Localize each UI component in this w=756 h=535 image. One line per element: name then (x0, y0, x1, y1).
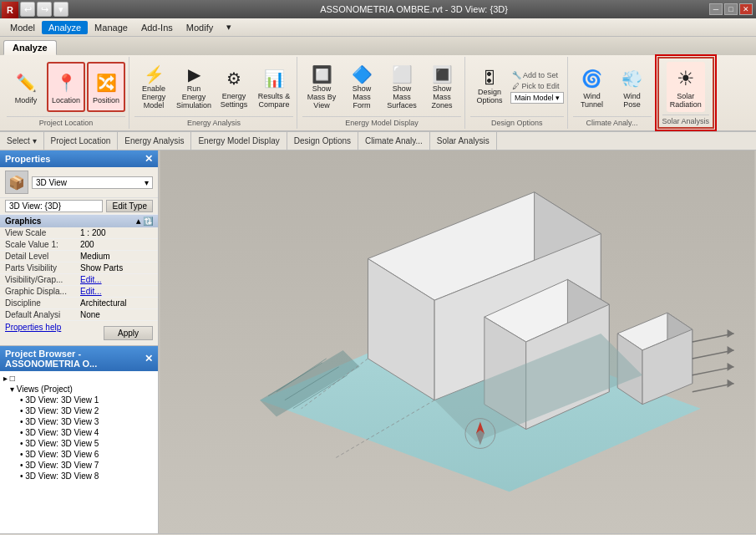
ribbon-tabs: Analyze (0, 37, 756, 55)
energy-settings-button[interactable]: ⚙ Energy Settings (215, 62, 253, 112)
3d-scene (159, 150, 756, 533)
prop-value[interactable]: Edit... (80, 287, 153, 296)
sub-climate[interactable]: Climate Analy... (358, 132, 430, 150)
view-type-dropdown[interactable]: 3D View ▾ (32, 176, 153, 189)
properties-close[interactable]: ✕ (145, 153, 153, 165)
sub-design-options[interactable]: Design Options (287, 132, 358, 150)
solar-radiation-button[interactable]: ☀ Solar Radiation (667, 62, 705, 112)
tree-item[interactable]: • 3D View: 3D View 2 (0, 405, 158, 416)
show-mass-surfaces-button[interactable]: ⬜ Show Mass Surfaces (383, 62, 421, 112)
group-solar-analysis: ☀ Solar Radiation Solar Analysis (657, 57, 715, 129)
prop-row: Visibility/Grap... Edit... (0, 274, 158, 286)
window-controls: ─ □ ✕ (709, 3, 753, 15)
maximize-button[interactable]: □ (724, 3, 738, 15)
prop-value: Show Parts (80, 263, 153, 273)
prop-value: 1 : 200 (80, 228, 153, 237)
results-compare-button[interactable]: 📊 Results & Compare (255, 62, 293, 112)
location-button[interactable]: 📍 Location (47, 62, 85, 112)
menu-analyze[interactable]: Analyze (42, 21, 88, 34)
tree-item[interactable]: ▸ □ (0, 373, 158, 384)
close-button[interactable]: ✕ (739, 3, 753, 15)
graphics-section-header[interactable]: Graphics ▴ 🔃 (0, 215, 158, 227)
group-climate: 🌀 Wind Tunnel 💨 Wind Pose Climate Analy.… (570, 57, 656, 129)
add-to-set-btn[interactable]: 🔧 Add to Set (510, 70, 564, 80)
mass-display-label: Energy Model Display (302, 116, 461, 127)
tree-item[interactable]: ▾ Views (Project) (0, 384, 158, 395)
modify-icon: ✏️ (13, 69, 39, 96)
tree-item[interactable]: • 3D View: 3D View 6 (0, 449, 158, 460)
wind-tunnel-button[interactable]: 🌀 Wind Tunnel (573, 62, 611, 112)
minimize-button[interactable]: ─ (709, 3, 723, 15)
properties-header: Properties ✕ (0, 150, 158, 167)
view-type-label: 3D View (36, 178, 67, 187)
properties-panel: Properties ✕ 📦 3D View ▾ 3D View: {3D} E… (0, 150, 158, 346)
project-location-buttons: ✏️ Modify 📍 Location 🔀 Position (7, 59, 125, 115)
browser-tree[interactable]: ▸ □▾ Views (Project)• 3D View: 3D View 1… (0, 371, 158, 533)
show-mass-surfaces-label: Show Mass Surfaces (385, 84, 419, 110)
tree-item[interactable]: • 3D View: 3D View 3 (0, 416, 158, 427)
sub-ribbon: Select ▾ Project Location Energy Analysi… (0, 132, 756, 150)
group-mass-display: 🔲 Show Mass By View 🔷 Show Mass Form ⬜ S… (299, 57, 465, 129)
menu-modify[interactable]: Modify (180, 21, 220, 34)
pick-to-edit-btn[interactable]: 🖊 Pick to Edit (510, 81, 564, 91)
enable-energy-button[interactable]: ⚡ Enable Energy Model (134, 62, 173, 112)
modify-label: Modify (15, 96, 38, 104)
show-mass-byview-button[interactable]: 🔲 Show Mass By View (302, 62, 341, 112)
location-icon: 📍 (53, 69, 79, 96)
sub-energy-analysis[interactable]: Energy Analysis (118, 132, 191, 150)
browser-close[interactable]: ✕ (145, 353, 153, 364)
prop-label: Default Analysi (5, 310, 80, 319)
main-model-dropdown[interactable]: Main Model ▾ (510, 92, 564, 104)
tree-item[interactable]: • 3D View: 3D View 1 (0, 395, 158, 405)
prop-label: Detail Level (5, 252, 80, 261)
main-layout: Properties ✕ 📦 3D View ▾ 3D View: {3D} E… (0, 150, 756, 533)
position-label: Position (93, 96, 119, 104)
run-energy-label: Run Energy Simulation (176, 84, 211, 110)
tree-item[interactable]: • 3D View: 3D View 4 (0, 427, 158, 438)
sub-project-location[interactable]: Project Location (44, 132, 119, 150)
prop-value: Architectural (80, 298, 153, 308)
tab-analyze[interactable]: Analyze (3, 40, 57, 55)
tree-item[interactable]: • 3D View: 3D View 7 (0, 460, 158, 471)
menu-manage[interactable]: Manage (88, 21, 134, 34)
edit-type-button[interactable]: Edit Type (106, 200, 153, 212)
menu-more[interactable]: ▾ (220, 20, 238, 34)
design-options-icon: 🎛 (476, 69, 503, 88)
dropdown-arrow: ▾ (556, 94, 560, 102)
solar-buttons: ☀ Solar Radiation (667, 60, 705, 113)
menu-model[interactable]: Model (3, 21, 42, 34)
qa-undo[interactable]: ↩ (20, 2, 35, 17)
design-options-button[interactable]: 🎛 Design Options (470, 69, 509, 104)
position-button[interactable]: 🔀 Position (87, 62, 125, 112)
wind-pose-icon: 💨 (619, 65, 646, 92)
properties-help-link[interactable]: Properties help (5, 323, 104, 344)
view-selector: 📦 3D View ▾ (0, 167, 158, 198)
solar-radiation-label: Solar Radiation (669, 92, 703, 109)
run-energy-button[interactable]: ▶ Run Energy Simulation (175, 62, 213, 112)
sub-select[interactable]: Select ▾ (0, 132, 44, 150)
viewport[interactable] (159, 150, 756, 533)
title-bar: R 💾 ↩ ↪ ▾ ASSONOMETRIA OMBRE.rvt - 3D Vi… (0, 0, 756, 18)
main-model-label: Main Model (515, 94, 554, 102)
tree-item[interactable]: • 3D View: 3D View 8 (0, 471, 158, 482)
apply-button[interactable]: Apply (104, 326, 153, 340)
qa-more[interactable]: ▾ (53, 2, 68, 17)
prop-value: None (80, 310, 153, 319)
sub-solar[interactable]: Solar Analysis (430, 132, 497, 150)
menu-addins[interactable]: Add-Ins (134, 21, 180, 34)
tree-item[interactable]: • 3D View: 3D View 5 (0, 438, 158, 449)
properties-title: Properties (5, 154, 50, 164)
view-3d-icon: 📦 (5, 171, 28, 194)
prop-label: View Scale (5, 228, 80, 237)
prop-row: Graphic Displa... Edit... (0, 286, 158, 298)
wind-pose-button[interactable]: 💨 Wind Pose (613, 62, 652, 112)
prop-value[interactable]: Edit... (80, 275, 153, 284)
prop-row: Detail Level Medium (0, 251, 158, 262)
instance-dropdown[interactable]: 3D View: {3D} (5, 200, 103, 212)
sub-mass-display[interactable]: Energy Model Display (191, 132, 287, 150)
qa-redo[interactable]: ↪ (37, 2, 52, 17)
prop-row: Parts Visibility Show Parts (0, 262, 158, 274)
show-mass-zones-button[interactable]: 🔳 Show Mass Zones (423, 62, 461, 112)
modify-button[interactable]: ✏️ Modify (7, 62, 45, 112)
show-mass-form-button[interactable]: 🔷 Show Mass Form (342, 62, 381, 112)
